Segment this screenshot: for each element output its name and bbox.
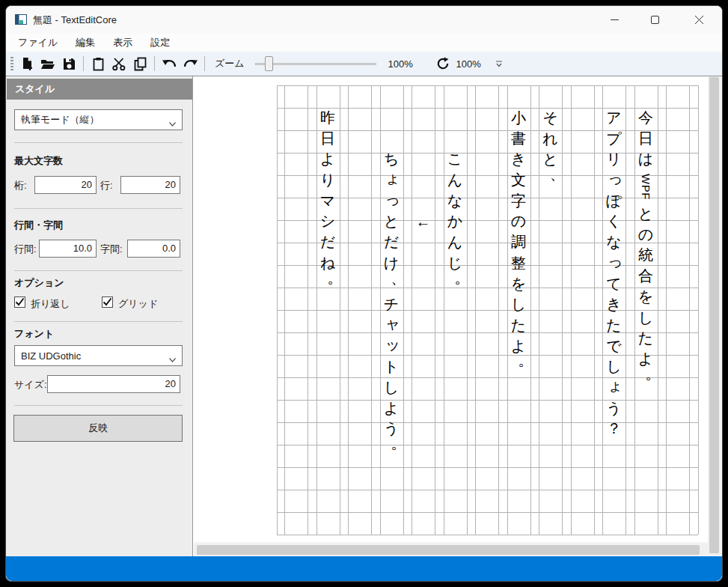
zoom-slider-label: ズーム [215,57,245,70]
editor-character: 。 [323,267,346,288]
editor-character: か [444,211,467,232]
font-size-input[interactable]: 20 [47,375,180,393]
writing-mode-select[interactable]: 執筆モード（縦） [14,109,183,130]
divider [14,208,183,209]
editor-text-column: それと、 [539,108,562,191]
editor-character: 日 [316,129,340,150]
grid-checkbox[interactable] [102,296,113,308]
editor-character: の [507,211,530,232]
editor-text-column: アプリっぽくなってきたでしょう？ [602,108,625,440]
style-sidebar: スタイル 執筆モード（縦） 最大文字数 桁: 20 行: 20 行間・字間 行間… [6,76,193,556]
grid-checkbox-label[interactable]: グリッド [118,297,158,311]
minimize-button[interactable] [598,6,631,34]
editor-character: 字 [507,191,530,212]
grid-line [625,85,626,535]
line-spacing-input[interactable]: 10.0 [39,240,97,258]
rows-label: 行: [100,179,113,192]
char-spacing-input[interactable]: 0.0 [127,240,180,258]
grid-line [435,85,435,535]
redo-button[interactable] [180,54,200,73]
zoom-slider-thumb[interactable] [265,56,273,71]
editor-character: っ [381,189,404,210]
divider [14,270,183,271]
editor-character: ん [444,170,467,191]
editor-character: で [602,336,625,357]
columns-label: 桁: [14,179,27,192]
cut-button[interactable] [109,54,129,73]
editor-character: ト [380,356,403,377]
spacing-heading: 行間・字間 [14,219,63,232]
editor-character: ← [412,212,435,233]
manuscript-canvas[interactable]: 今日はWPFとの統合をしたよ。アプリっぽくなってきたでしょう？それと、小書き文字… [194,76,708,542]
editor-character: 。 [450,267,474,288]
editor-character: く [602,211,625,232]
grid-line [571,85,572,535]
editor-character: こ [444,149,467,170]
editor-character: 。 [387,434,410,454]
editor-character: ッ [381,335,404,356]
save-icon [62,57,76,71]
open-file-button[interactable] [38,54,58,73]
editor-character: 合 [634,266,658,287]
font-family-select[interactable]: BIZ UDGothic [14,345,183,366]
apply-button[interactable]: 反映 [13,415,183,442]
editor-character: 。 [514,350,537,371]
editor-character: ょ [381,168,404,189]
editor-character: 書 [507,129,530,150]
grid-line [371,85,372,535]
font-family-value: BIZ UDGothic [21,350,81,362]
editor-character: そ [539,108,562,129]
checkmark-icon [103,297,112,307]
columns-input[interactable]: 20 [34,176,97,194]
copy-button[interactable] [130,54,150,73]
editor-text-column: 昨日よりマシだね。 [316,108,340,294]
close-button[interactable] [682,6,715,34]
zoom-slider[interactable] [255,55,376,72]
editor-character: れ [539,129,562,150]
undo-button[interactable] [159,54,179,73]
grid-line [340,85,340,535]
wrap-checkbox-label[interactable]: 折り返し [31,297,70,311]
maximize-button[interactable] [638,6,671,34]
close-icon [695,16,703,24]
editor-character: の [634,225,658,246]
menu-view[interactable]: 表示 [104,34,141,52]
horizontal-scrollbar-thumb[interactable] [197,545,700,555]
toolbar-grip[interactable] [10,57,13,70]
menu-settings[interactable]: 設定 [141,34,179,52]
save-button[interactable] [59,54,79,73]
editor-character: な [602,232,625,253]
editor-character: よ [316,149,340,170]
vertical-scrollbar[interactable] [709,76,720,556]
font-heading: フォント [14,327,54,341]
editor-character: 調 [507,232,530,253]
editor-character: チ [380,294,403,315]
grid-line [475,85,476,535]
editor-character: た [507,315,530,336]
grid-line [277,535,698,535]
editor-character: た [634,328,658,349]
wrap-checkbox[interactable] [14,296,25,308]
horizontal-scrollbar[interactable] [194,544,708,556]
paste-button[interactable] [88,54,108,73]
new-file-button[interactable] [17,54,37,73]
editor-character: し [507,294,530,315]
grid-line [530,85,531,535]
paste-clipboard-icon [91,57,105,71]
editor-character: と [380,211,403,232]
grid-line [594,85,595,535]
vertical-scrollbar-thumb[interactable] [709,77,719,553]
toolbar-overflow-button[interactable] [495,61,503,67]
editor-character: き [507,149,530,170]
cut-scissors-icon [111,57,126,71]
menu-file[interactable]: ファイル [9,34,67,52]
open-folder-icon [40,57,55,71]
menu-edit[interactable]: 編集 [67,34,104,52]
rows-input[interactable]: 20 [120,176,180,194]
maximize-icon [651,16,659,24]
editor-character: 小 [507,108,530,129]
editor-character: ん [444,232,467,253]
editor-character: を [634,287,658,308]
reset-zoom-button[interactable] [433,54,453,73]
writing-mode-value: 執筆モード（縦） [21,113,100,127]
